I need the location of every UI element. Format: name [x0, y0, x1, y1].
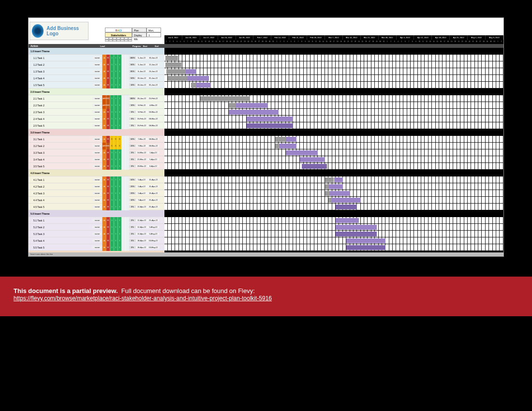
task-row[interactable]: 2.2 Task 2nameA/RR/CIII10%9-Feb-224-Mar-…: [29, 102, 164, 109]
raci-cells[interactable]: ARIII: [102, 163, 129, 170]
task-lead[interactable]: name: [92, 233, 102, 235]
raci-cells[interactable]: ARIII: [102, 224, 129, 231]
task-lead[interactable]: name: [92, 178, 102, 181]
task-progress[interactable]: 0%: [129, 111, 136, 113]
task-start[interactable]: 5-Jan-22: [136, 63, 148, 66]
task-end[interactable]: 25-Apr-22: [148, 219, 159, 221]
task-end[interactable]: 4-Mar-22: [148, 104, 159, 106]
task-end[interactable]: 6-Apr-22: [148, 165, 159, 167]
raci-cells[interactable]: ARIII: [102, 116, 129, 122]
task-end[interactable]: 24-Jan-22: [148, 70, 159, 73]
gantt-bar[interactable]: [325, 191, 330, 196]
task-progress[interactable]: 10%: [129, 84, 136, 86]
gantt-bar[interactable]: [332, 198, 361, 203]
raci-cells[interactable]: ARIII: [102, 122, 129, 129]
task-lead[interactable]: name: [92, 104, 102, 106]
raci-cells[interactable]: ARIII: [102, 61, 129, 68]
task-progress[interactable]: 50%: [129, 178, 136, 181]
task-end[interactable]: 10-Jan-22: [148, 57, 159, 59]
gantt-bar[interactable]: [168, 76, 188, 81]
task-end[interactable]: 10-May-22: [148, 239, 159, 242]
gantt-bar[interactable]: [325, 177, 334, 182]
raci-cells[interactable]: ARIII: [102, 244, 129, 251]
banner-link[interactable]: https://flevy.com/browse/marketplace/rac…: [14, 295, 272, 302]
task-start[interactable]: 7-Mar-22: [136, 138, 148, 140]
gantt-bar[interactable]: [247, 117, 293, 121]
gantt-bar[interactable]: [325, 184, 328, 189]
task-lead[interactable]: name: [92, 151, 102, 154]
gantt-bar[interactable]: [336, 232, 377, 236]
task-start[interactable]: 12-Apr-22: [136, 219, 148, 221]
gantt-bar[interactable]: [330, 191, 350, 196]
task-row[interactable]: 4.5 Task 5nameARIII0%12-Apr-2225-Apr-22: [29, 204, 164, 210]
task-progress[interactable]: 0%: [129, 246, 136, 249]
gantt-bar[interactable]: [275, 144, 280, 148]
task-row[interactable]: 5.3 Task 3nameARIII0%12-Apr-225-May-22: [29, 231, 164, 237]
task-row[interactable]: 2.5 Task 5nameARIII0%19-Feb-2218-Mar-22: [29, 122, 164, 129]
raci-cells[interactable]: ARIII: [102, 55, 129, 61]
gantt-bar[interactable]: [275, 137, 286, 142]
gantt-bar[interactable]: [229, 103, 236, 108]
task-progress[interactable]: 0%: [129, 226, 136, 228]
raci-cells[interactable]: ARIII: [102, 237, 129, 244]
gantt-bar[interactable]: [196, 83, 211, 88]
task-end[interactable]: 25-Feb-22: [148, 97, 159, 100]
task-start[interactable]: 5-Apr-22: [136, 178, 148, 181]
gantt-bar[interactable]: [346, 238, 385, 243]
gantt-bar[interactable]: [300, 157, 325, 162]
gantt-bar[interactable]: [247, 123, 293, 128]
plan-start-value[interactable]: Mon, 1/3/2022: [147, 28, 161, 32]
task-row[interactable]: 5.5 Task 5nameARIII0%18-Apr-2210-May-22: [29, 244, 164, 251]
task-start[interactable]: 9-Feb-22: [136, 111, 148, 113]
display-week-value[interactable]: 1: [147, 32, 161, 37]
task-progress[interactable]: 50%: [129, 77, 136, 79]
task-progress[interactable]: 20%: [129, 185, 136, 188]
task-progress[interactable]: 0%: [129, 219, 136, 221]
gantt-bar[interactable]: [336, 225, 377, 230]
task-progress[interactable]: 85%: [129, 70, 136, 73]
task-progress[interactable]: 0%: [129, 117, 136, 120]
task-start[interactable]: 19-Feb-22: [136, 117, 148, 120]
raci-cells[interactable]: ARIII: [102, 149, 129, 156]
task-end[interactable]: 10-Mar-22: [148, 111, 159, 113]
raci-cells[interactable]: ARIII: [102, 217, 129, 224]
task-row[interactable]: 3.1 Task 1nameARCCC50%7-Mar-2218-Mar-22: [29, 136, 164, 143]
gantt-bar[interactable]: [236, 103, 268, 108]
task-end[interactable]: 5-May-22: [148, 233, 159, 235]
task-row[interactable]: 5.1 Task 1nameARIII0%12-Apr-2225-Apr-22: [29, 217, 164, 224]
task-progress[interactable]: 50%: [129, 138, 136, 140]
task-row[interactable]: 3.5 Task 5nameARIII0%23-Mar-226-Apr-22: [29, 163, 164, 170]
task-lead[interactable]: name: [92, 246, 102, 249]
task-progress[interactable]: 10%: [129, 104, 136, 106]
gantt-bar[interactable]: [286, 137, 296, 142]
raci-cells[interactable]: ARIII: [102, 75, 129, 82]
raci-cells[interactable]: A/RR/CCCC: [102, 143, 129, 149]
task-progress[interactable]: 20%: [129, 145, 136, 147]
raci-cells[interactable]: A/RR/CIII: [102, 102, 129, 109]
task-row[interactable]: 1.5 Task 5nameARIII10%10-Jan-2231-Jan-22: [29, 82, 164, 88]
task-lead[interactable]: name: [92, 158, 102, 161]
gantt-bar[interactable]: [191, 83, 196, 88]
task-end[interactable]: 18-Mar-22: [148, 145, 159, 147]
task-lead[interactable]: name: [92, 192, 102, 194]
task-start[interactable]: 23-Mar-22: [136, 165, 148, 167]
task-end[interactable]: 15-Apr-22: [148, 178, 159, 181]
task-row[interactable]: 2.1 Task 1nameA/RR/CIII100%26-Jan-2225-F…: [29, 95, 164, 102]
task-row[interactable]: 1.3 Task 3nameARIII85%6-Jan-2224-Jan-22: [29, 68, 164, 75]
task-progress[interactable]: 0%: [129, 124, 136, 127]
raci-cells[interactable]: A/RR/CIII: [102, 95, 129, 102]
task-progress[interactable]: 100%: [129, 97, 136, 100]
raci-cells[interactable]: ARIII: [102, 68, 129, 75]
theme-row[interactable]: 2.0 Insert Theme: [29, 88, 164, 95]
gantt-bar[interactable]: [336, 218, 359, 223]
gantt-bar[interactable]: [165, 62, 181, 67]
task-row[interactable]: 4.3 Task 3nameARIII20%5-Apr-2219-Apr-22: [29, 190, 164, 197]
task-row[interactable]: 2.3 Task 3nameARIII0%9-Feb-2210-Mar-22: [29, 109, 164, 116]
task-lead[interactable]: name: [92, 206, 102, 208]
task-lead[interactable]: name: [92, 77, 102, 79]
raci-cells[interactable]: ARIII: [102, 183, 129, 190]
task-end[interactable]: 18-Mar-22: [148, 124, 159, 127]
task-lead[interactable]: name: [92, 145, 102, 147]
raci-cells[interactable]: ARIII: [102, 204, 129, 210]
task-progress[interactable]: 0%: [129, 158, 136, 161]
